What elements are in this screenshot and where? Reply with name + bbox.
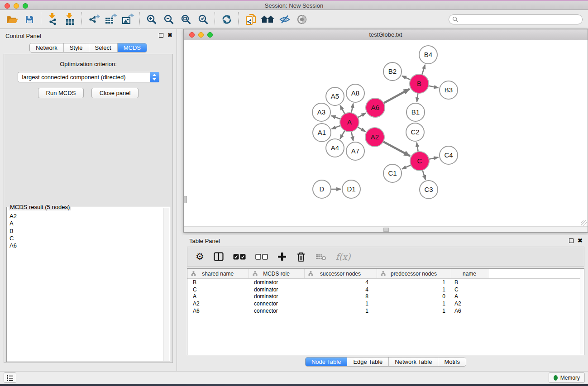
graph-node-C1[interactable]: C1 (383, 164, 402, 182)
open-session-button[interactable] (4, 11, 21, 28)
table-row[interactable]: A6connector11A6 (187, 307, 584, 315)
select-all-rows-button[interactable] (233, 254, 246, 260)
column-header-shared-name[interactable]: shared name (187, 269, 249, 279)
memory-button[interactable]: Memory (549, 372, 585, 383)
task-history-button[interactable] (4, 372, 16, 383)
zoom-selected-button[interactable] (195, 11, 212, 28)
tab-mcds[interactable]: MCDS (117, 43, 147, 52)
function-builder-button[interactable]: f(x) (336, 252, 351, 262)
criterion-dropdown[interactable]: largest connected component (directed) (18, 72, 159, 82)
graph-node-A6[interactable]: A6 (366, 98, 385, 117)
table-panel-float-button[interactable] (569, 238, 574, 243)
tab-node-table[interactable]: Node Table (306, 357, 347, 366)
tab-edge-table[interactable]: Edge Table (347, 357, 388, 366)
column-header-mcds-role[interactable]: MCDS role (249, 269, 304, 279)
delete-column-button[interactable] (296, 252, 306, 262)
svg-text:A7: A7 (351, 147, 359, 155)
zoom-fit-button[interactable] (177, 11, 195, 28)
svg-text:A: A (347, 118, 352, 126)
new-network-from-selection-button[interactable] (242, 11, 259, 28)
graph-node-A8[interactable]: A8 (346, 84, 364, 102)
svg-text:A1: A1 (318, 129, 326, 136)
result-item[interactable]: A2 (10, 213, 163, 220)
dropdown-stepper-icon[interactable] (150, 72, 159, 82)
column-visibility-button[interactable] (214, 252, 224, 261)
result-item[interactable]: A6 (10, 242, 163, 249)
tab-select[interactable]: Select (89, 43, 117, 52)
network-horizontal-scrollbar[interactable] (184, 226, 588, 232)
graph-node-A1[interactable]: A1 (313, 124, 331, 142)
network-canvas[interactable]: B4B2BB3A8A5A6A3B1AC2A1A2A4A7C4CC1C3DD1 (184, 40, 588, 227)
svg-text:C1: C1 (388, 169, 397, 177)
delete-table-button[interactable] (316, 253, 326, 261)
search-field[interactable] (449, 14, 583, 24)
table-panel-close-button[interactable]: ✖ (578, 237, 583, 244)
save-session-button[interactable] (21, 11, 38, 28)
graph-node-A7[interactable]: A7 (346, 142, 364, 160)
table-scrollbar[interactable] (580, 269, 584, 355)
graph-node-B4[interactable]: B4 (419, 46, 437, 64)
graph-node-A3[interactable]: A3 (312, 103, 330, 121)
run-mcds-button[interactable]: Run MCDS (38, 88, 84, 98)
column-header-successor-nodes[interactable]: successor nodes (304, 269, 377, 279)
search-input[interactable] (460, 16, 582, 23)
deselect-all-rows-button[interactable] (255, 254, 268, 260)
zoom-in-button[interactable] (143, 11, 160, 28)
network-horizontal-scrollbar-thumb[interactable] (383, 228, 389, 232)
tab-network[interactable]: Network (30, 43, 63, 52)
svg-text:B: B (417, 80, 421, 87)
graph-node-C2[interactable]: C2 (406, 123, 424, 141)
home-view-button[interactable] (259, 11, 276, 28)
network-window-titlebar[interactable]: testGlobe.txt (184, 29, 588, 41)
desktop-wallpaper-strip (0, 384, 588, 386)
control-panel-close-button[interactable]: ✖ (167, 32, 172, 39)
open-folder-icon (5, 14, 19, 25)
column-header-name[interactable]: name (451, 269, 488, 279)
graph-node-D1[interactable]: D1 (342, 180, 360, 198)
export-table-button[interactable] (102, 11, 120, 28)
network-graph-svg: B4B2BB3A8A5A6A3B1AC2A1A2A4A7C4CC1C3DD1 (184, 40, 588, 227)
refresh-button[interactable] (218, 11, 235, 28)
control-panel-float-button[interactable] (159, 33, 163, 38)
export-network-button[interactable] (85, 11, 102, 28)
tab-network-table[interactable]: Network Table (388, 357, 438, 366)
column-header-predecessor-nodes[interactable]: predecessor nodes (377, 269, 451, 279)
graph-node-A2[interactable]: A2 (365, 128, 384, 147)
graph-node-B1[interactable]: B1 (406, 103, 425, 121)
hide-selected-button[interactable] (276, 11, 293, 28)
network-vertical-scrollbar-thumb[interactable] (184, 196, 187, 203)
show-hidden-button[interactable] (293, 11, 311, 28)
graph-node-A5[interactable]: A5 (326, 87, 344, 105)
close-panel-button[interactable]: Close panel (91, 88, 139, 98)
result-item[interactable]: C (10, 235, 163, 242)
graph-node-B2[interactable]: B2 (383, 62, 402, 81)
import-table-button[interactable] (62, 11, 79, 28)
add-column-button[interactable] (277, 252, 287, 261)
table-row[interactable]: Adominator80A (187, 293, 584, 300)
graph-node-C3[interactable]: C3 (420, 181, 438, 199)
graph-node-C4[interactable]: C4 (440, 146, 458, 164)
import-network-button[interactable] (44, 11, 62, 28)
table-row[interactable]: Bdominator41B (187, 279, 584, 286)
table-row[interactable]: A2connector11A2 (187, 300, 584, 307)
result-list-scrollbar[interactable] (163, 208, 169, 361)
save-floppy-icon (24, 14, 35, 25)
network-resize-grip[interactable] (581, 220, 587, 226)
zoom-out-button[interactable] (160, 11, 177, 28)
column-tree-icon (381, 271, 386, 276)
result-item[interactable]: A (10, 220, 163, 227)
graph-node-B[interactable]: B (410, 74, 429, 93)
tab-motifs[interactable]: Motifs (438, 357, 466, 366)
tab-style[interactable]: Style (63, 43, 89, 52)
table-row[interactable]: Cdominator41C (187, 286, 584, 293)
network-view-window: testGlobe.txt B4B2BB3A8A5A6A3B1AC2A1A2A4… (183, 29, 588, 233)
export-image-button[interactable] (120, 11, 137, 28)
graph-node-B3[interactable]: B3 (440, 81, 458, 99)
graph-node-A[interactable]: A (340, 113, 359, 132)
graph-node-A4[interactable]: A4 (326, 139, 344, 157)
graph-node-D[interactable]: D (313, 180, 331, 198)
graph-node-C[interactable]: C (410, 152, 429, 171)
result-item[interactable]: B (10, 228, 163, 235)
toolbar-separator (41, 12, 42, 27)
table-options-gear-button[interactable]: ⚙ (196, 252, 204, 261)
